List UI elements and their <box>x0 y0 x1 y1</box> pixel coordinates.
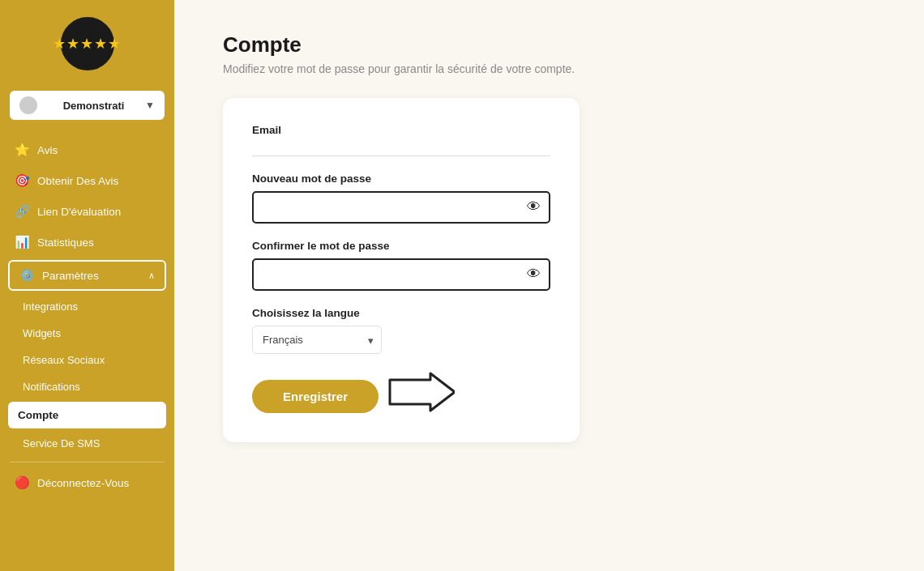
language-group: Choisissez la langue Français English Es… <box>252 307 550 354</box>
email-value <box>252 143 550 156</box>
sidebar-item-label: Déconnectez-Vous <box>37 477 129 489</box>
sidebar-item-label: Paramètres <box>42 270 99 282</box>
star-icon: ⭐ <box>15 143 30 157</box>
language-label: Choisissez la langue <box>252 307 550 319</box>
logout-icon: 🔴 <box>15 475 30 490</box>
account-dropdown[interactable]: Demonstrati ▼ <box>10 91 165 120</box>
page-subtitle: Modifiez votre mot de passe pour garanti… <box>223 62 875 75</box>
eye-icon[interactable]: 👁 <box>527 199 541 215</box>
gear-icon: ⚙️ <box>19 268 35 283</box>
sidebar-item-label: Obtenir Des Avis <box>37 175 118 187</box>
sidebar-item-widgets[interactable]: Widgets <box>0 320 174 347</box>
sidebar-divider <box>10 462 165 462</box>
sidebar-item-lien-evaluation[interactable]: 🔗 Lien D'évaluation <box>0 196 174 227</box>
confirm-password-label: Confirmer le mot de passe <box>252 240 550 252</box>
password-group: Nouveau mot de passe 👁 <box>252 173 550 224</box>
submit-row: Enregistrer <box>252 370 550 413</box>
main-content: Compte Modifiez votre mot de passe pour … <box>174 0 924 571</box>
sidebar-logo: ★★★★★ <box>0 0 174 84</box>
arrow-annotation <box>382 372 455 412</box>
sidebar-item-obtenir-des-avis[interactable]: 🎯 Obtenir Des Avis <box>0 165 174 196</box>
password-input[interactable] <box>252 191 550 224</box>
email-group: Email <box>252 124 550 156</box>
language-select[interactable]: Français English Español <box>252 326 382 354</box>
confirm-password-input[interactable] <box>252 258 550 291</box>
sidebar-item-label: Integrations <box>23 300 78 313</box>
logo-stars-icon: ★★★★★ <box>53 35 122 53</box>
save-button-label: Enregistrer <box>283 390 348 403</box>
page-title: Compte <box>223 32 875 58</box>
sidebar-nav: ⭐ Avis 🎯 Obtenir Des Avis 🔗 Lien D'évalu… <box>0 131 174 571</box>
sidebar-item-avis[interactable]: ⭐ Avis <box>0 134 174 165</box>
save-button[interactable]: Enregistrer <box>252 380 379 413</box>
link-icon: 🔗 <box>15 204 30 219</box>
chevron-down-icon: ▼ <box>145 100 155 111</box>
confirm-password-input-wrapper: 👁 <box>252 258 550 291</box>
target-icon: 🎯 <box>15 173 30 188</box>
sidebar-item-deconnectez[interactable]: 🔴 Déconnectez-Vous <box>0 467 174 498</box>
sidebar-item-label: Compte <box>18 409 58 421</box>
sidebar-item-label: Statistiques <box>37 236 94 249</box>
sidebar-item-reseaux-sociaux[interactable]: Réseaux Sociaux <box>0 347 174 373</box>
sidebar-item-label: Avis <box>37 144 58 156</box>
sidebar-item-parametres[interactable]: ⚙️ Paramètres ∧ <box>8 260 166 291</box>
sidebar-item-label: Widgets <box>23 327 61 339</box>
svg-marker-0 <box>390 373 455 411</box>
sidebar-item-label: Réseaux Sociaux <box>23 354 105 366</box>
chevron-up-icon: ∧ <box>148 271 155 281</box>
password-label: Nouveau mot de passe <box>252 173 550 185</box>
account-name: Demonstrati <box>63 100 125 112</box>
confirm-password-group: Confirmer le mot de passe 👁 <box>252 240 550 291</box>
avatar <box>19 96 37 114</box>
sidebar-item-label: Lien D'évaluation <box>37 206 121 218</box>
sidebar: ★★★★★ Demonstrati ▼ ⭐ Avis 🎯 Obtenir Des… <box>0 0 174 571</box>
logo-circle: ★★★★★ <box>58 15 117 73</box>
sidebar-item-label: Notifications <box>23 381 80 393</box>
sidebar-item-service-de-sms[interactable]: Service De SMS <box>0 430 174 457</box>
email-label: Email <box>252 124 550 136</box>
eye-icon-confirm[interactable]: 👁 <box>527 266 541 283</box>
chart-icon: 📊 <box>15 235 30 249</box>
sidebar-item-compte[interactable]: Compte <box>8 402 166 428</box>
sidebar-item-statistiques[interactable]: 📊 Statistiques <box>0 227 174 258</box>
password-input-wrapper: 👁 <box>252 191 550 224</box>
sidebar-item-notifications[interactable]: Notifications <box>0 373 174 400</box>
sidebar-item-integrations[interactable]: Integrations <box>0 293 174 320</box>
account-form-card: Email Nouveau mot de passe 👁 Confirmer l… <box>223 98 580 442</box>
sidebar-item-label: Service De SMS <box>23 437 100 450</box>
language-select-wrapper: Français English Español ▾ <box>252 326 382 354</box>
